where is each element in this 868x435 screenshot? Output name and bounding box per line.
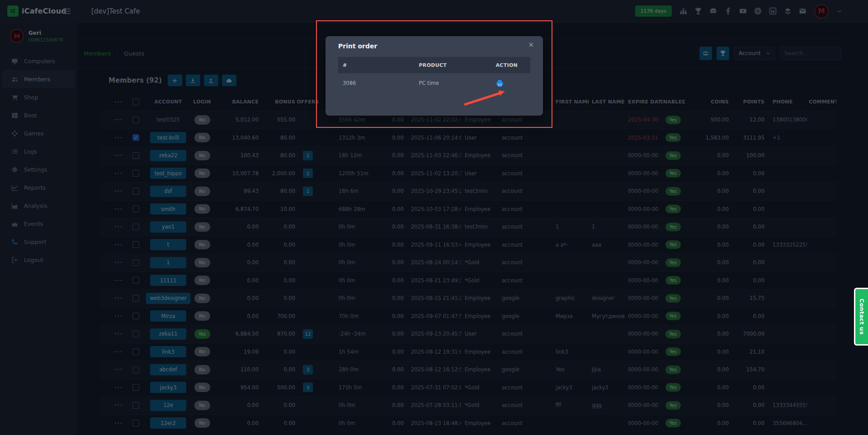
order-id: 3086 bbox=[343, 80, 356, 86]
icafecloud-app: i2 iCafeCloud [dev]Test Cafe 1176 days M… bbox=[0, 0, 868, 435]
print-button[interactable] bbox=[496, 80, 531, 87]
printer-icon bbox=[496, 80, 504, 87]
modal-col-action: ACTION bbox=[496, 62, 531, 68]
print-order-modal: Print order × # PRODUCT ACTION 3086PC ti… bbox=[326, 36, 543, 116]
modal-table: # PRODUCT ACTION 3086PC time bbox=[338, 57, 530, 93]
contact-us-tab[interactable]: Contact us bbox=[854, 288, 868, 346]
modal-title: Print order bbox=[338, 42, 530, 50]
modal-table-row: 3086PC time bbox=[338, 73, 530, 93]
close-icon[interactable]: × bbox=[528, 41, 534, 49]
modal-col-product: PRODUCT bbox=[419, 62, 496, 68]
contact-us-label: Contact us bbox=[859, 299, 865, 335]
order-product: PC time bbox=[419, 80, 439, 86]
modal-col-id: # bbox=[338, 62, 419, 68]
modal-table-header: # PRODUCT ACTION bbox=[338, 57, 530, 73]
